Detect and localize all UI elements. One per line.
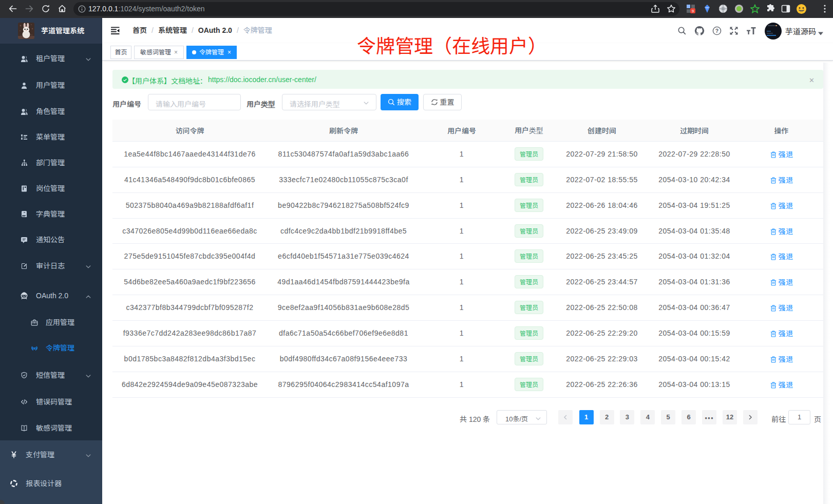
svg-text:9: 9 [692,9,694,13]
svg-text:(a): (a) [32,346,37,351]
svg-text:?: ? [715,28,718,34]
